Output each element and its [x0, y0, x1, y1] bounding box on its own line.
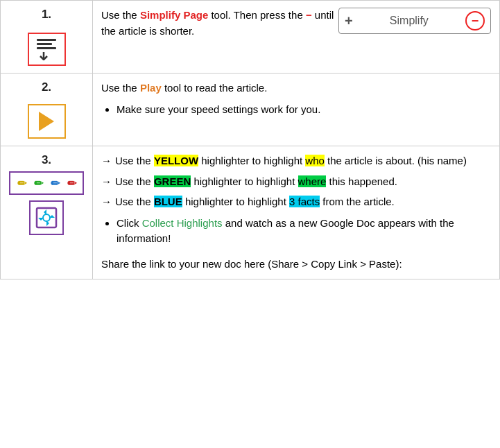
arrow-1-end: the article is about. (his name)	[325, 155, 467, 166]
collect-highlights-link[interactable]: Collect Highlights	[142, 217, 223, 229]
play-link[interactable]: Play	[140, 82, 162, 94]
simplify-page-link[interactable]: Simplify Page	[140, 9, 208, 21]
arrow-1-middle: highlighter to highlight	[198, 155, 305, 166]
simplify-page-icon-box[interactable]	[28, 33, 66, 66]
minus-button[interactable]: −	[465, 11, 485, 31]
play-icon-box[interactable]	[28, 104, 66, 139]
minus-inline: −	[306, 9, 312, 21]
bullet-item-1: Make sure your speed settings work for y…	[117, 102, 491, 118]
collect-bullet: Click Collect Highlights and watch as a …	[117, 216, 491, 247]
row-3-number-cell: 3. ✏ ✏ ✏ ✏	[1, 146, 93, 279]
text-after-link-1: tool. Then press the	[208, 9, 306, 21]
text-before-play: Use the	[101, 82, 140, 94]
arrow-2-middle: highlighter to highlight	[191, 175, 298, 187]
svg-point-2	[43, 214, 50, 221]
arrow-3-before: Use the	[115, 196, 154, 207]
row-2-number-cell: 2.	[1, 74, 93, 146]
arrow-1-who: who	[305, 155, 325, 166]
play-triangle-icon	[39, 112, 54, 131]
rotate-icon-box[interactable]	[29, 200, 64, 235]
row-2: 2. Use the Play tool to read the article…	[1, 74, 500, 146]
simplify-page-icon	[37, 39, 56, 60]
arrow-2-where: where	[298, 175, 327, 187]
arrow-1-before: Use the	[115, 155, 154, 166]
row-3: 3. ✏ ✏ ✏ ✏ Use the Y	[1, 146, 500, 279]
icon-down-arrow	[37, 52, 51, 60]
text-before-link-1: Use the	[101, 9, 140, 21]
row-3-bullets: Click Collect Highlights and watch as a …	[101, 216, 491, 247]
green-highlighter-icon[interactable]: ✏	[31, 175, 46, 191]
arrow-item-1: Use the YELLOW highlighter to highlight …	[101, 153, 491, 169]
row-2-bullets: Make sure your speed settings work for y…	[101, 102, 491, 118]
step-number-2: 2.	[9, 80, 84, 94]
arrow-2-green: GREEN	[154, 175, 191, 187]
row-1-number-cell: 1.	[1, 1, 93, 74]
row-2-description: Use the Play tool to read the article.	[101, 80, 491, 96]
row-2-content: Use the Play tool to read the article. M…	[93, 74, 500, 146]
text-after-play: tool to read the article.	[162, 82, 268, 94]
arrow-3-middle: highlighter to highlight	[182, 196, 289, 207]
icon-line-3	[37, 47, 56, 49]
icon-line-1	[37, 39, 56, 41]
share-text: Share the link to your new doc here (Sha…	[101, 257, 491, 273]
row-1: 1. + Simplify − Use the	[1, 1, 500, 74]
arrow-item-2: Use the GREEN highlighter to highlight w…	[101, 174, 491, 190]
red-highlighter-icon[interactable]: ✏	[64, 175, 79, 191]
arrow-3-facts: 3 facts	[289, 196, 320, 207]
icon-line-2	[37, 43, 52, 45]
step-number-1: 1.	[9, 8, 84, 21]
plus-button[interactable]: +	[345, 13, 353, 29]
bullet-before-collect: Click	[117, 217, 142, 229]
arrow-1-yellow: YELLOW	[154, 155, 198, 166]
blue-highlighter-icon[interactable]: ✏	[47, 175, 62, 191]
arrow-item-3: Use the BLUE highlighter to highlight 3 …	[101, 194, 491, 210]
arrow-2-before: Use the	[115, 175, 154, 187]
arrow-3-blue: BLUE	[154, 196, 182, 207]
row-3-content: Use the YELLOW highlighter to highlight …	[93, 146, 500, 279]
highlighter-icons-row[interactable]: ✏ ✏ ✏ ✏	[9, 171, 84, 195]
rotate-icon	[34, 205, 59, 230]
arrow-3-end: from the article.	[320, 196, 395, 207]
simplify-label: Simplify	[360, 15, 458, 27]
row-3-arrow-list: Use the YELLOW highlighter to highlight …	[101, 153, 491, 210]
step-number-3: 3.	[9, 153, 84, 167]
row-1-content: + Simplify − Use the Simplify Page tool.…	[93, 1, 500, 74]
simplify-button-row[interactable]: + Simplify −	[338, 8, 491, 34]
arrow-2-end: this happened.	[326, 175, 397, 187]
yellow-highlighter-icon[interactable]: ✏	[14, 175, 29, 191]
